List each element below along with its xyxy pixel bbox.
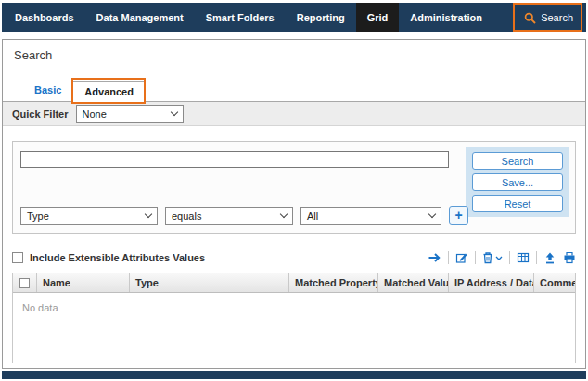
toolbar-separator	[448, 251, 449, 264]
screen: Dashboards Data Management Smart Folders…	[0, 0, 588, 381]
top-nav: Dashboards Data Management Smart Folders…	[2, 3, 586, 32]
filter-builder: Search Save... Reset Type equals All +	[12, 141, 576, 234]
chevron-down-icon	[170, 108, 177, 116]
filter-operator-select[interactable]: equals	[165, 207, 293, 225]
toolbar-separator	[509, 251, 510, 264]
nav-item-smart-folders[interactable]: Smart Folders	[195, 3, 286, 32]
column-header-comment[interactable]: Comment	[534, 273, 575, 292]
results-table-header: Name Type Matched Property Matched Value…	[13, 273, 575, 293]
nav-item-administration[interactable]: Administration	[399, 3, 493, 32]
search-button[interactable]: Search	[472, 152, 563, 170]
toolbar-separator	[536, 251, 537, 264]
nav-item-grid[interactable]: Grid	[356, 3, 400, 32]
tab-basic[interactable]: Basic	[23, 80, 72, 102]
filter-actions-panel: Search Save... Reset	[466, 147, 569, 217]
chevron-down-icon	[280, 210, 288, 218]
columns-icon[interactable]	[517, 251, 530, 264]
filter-operator-value: equals	[172, 210, 201, 222]
quick-filter-select[interactable]: None	[76, 105, 184, 123]
quick-filter-bar: Quick Filter None	[3, 102, 585, 126]
tab-advanced[interactable]: Advanced	[72, 81, 146, 103]
nav-item-dashboards[interactable]: Dashboards	[4, 3, 85, 32]
save-button[interactable]: Save...	[472, 173, 563, 191]
column-header-type[interactable]: Type	[130, 273, 289, 292]
search-panel: Search BasicAdvanced Quick Filter None S…	[2, 39, 586, 369]
column-header-name[interactable]: Name	[37, 273, 130, 292]
quick-filter-value: None	[83, 108, 107, 120]
column-header-ip-address-data[interactable]: IP Address / Data	[449, 273, 534, 292]
column-header-matched-value[interactable]: Matched Value	[378, 273, 449, 292]
filter-value-select[interactable]: All	[300, 207, 441, 225]
nav-item-data-management[interactable]: Data Management	[85, 3, 195, 32]
filter-field-value: Type	[27, 210, 49, 222]
filter-field-select[interactable]: Type	[20, 207, 158, 225]
include-ea-label: Include Extensible Attributes Values	[30, 252, 205, 263]
tab-bar: BasicAdvanced	[3, 80, 585, 102]
column-header-matched-property[interactable]: Matched Property	[289, 273, 378, 292]
upload-icon[interactable]	[543, 251, 556, 264]
delete-icon[interactable]	[482, 251, 503, 264]
results-table-body: No data	[13, 293, 575, 363]
page-title: Search	[3, 40, 585, 70]
go-arrow-icon[interactable]	[428, 251, 441, 264]
search-icon	[524, 12, 536, 24]
results-options-row: Include Extensible Attributes Values	[12, 250, 576, 265]
chevron-down-icon	[145, 210, 152, 218]
filter-value-value: All	[307, 210, 318, 222]
select-all-cell	[13, 273, 37, 292]
search-query-input[interactable]	[20, 151, 449, 168]
edit-icon[interactable]	[455, 251, 468, 264]
reset-button[interactable]: Reset	[472, 195, 563, 212]
results-table: Name Type Matched Property Matched Value…	[12, 273, 576, 363]
empty-state-text: No data	[13, 293, 575, 323]
print-icon[interactable]	[563, 251, 576, 264]
chevron-down-icon	[428, 210, 436, 218]
filter-criteria-row: Type equals All +	[20, 206, 468, 225]
add-filter-button[interactable]: +	[449, 206, 468, 225]
select-all-checkbox[interactable]	[19, 278, 30, 288]
results-toolbar	[428, 251, 576, 264]
delete-caret-icon	[495, 256, 503, 260]
include-ea-checkbox[interactable]	[12, 252, 23, 263]
nav-search-button[interactable]: Search	[511, 3, 586, 32]
nav-search-label: Search	[541, 12, 573, 23]
bottom-status-bar	[2, 371, 586, 379]
nav-item-reporting[interactable]: Reporting	[286, 3, 356, 32]
quick-filter-label: Quick Filter	[12, 108, 69, 120]
toolbar-separator	[475, 251, 476, 264]
